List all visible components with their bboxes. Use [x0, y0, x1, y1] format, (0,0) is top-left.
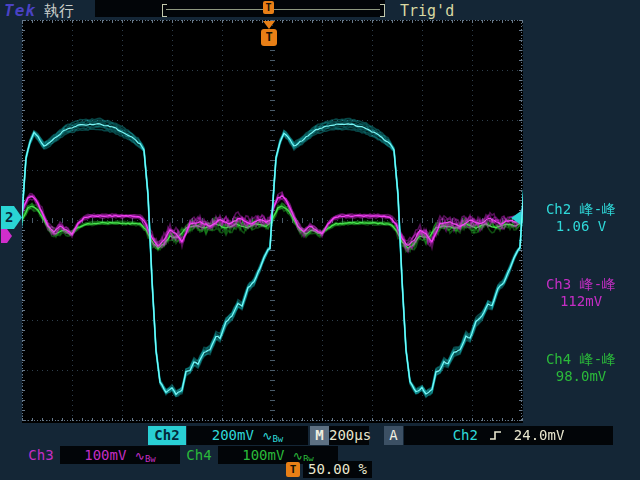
- measurement-value: 98.0mV: [524, 368, 638, 385]
- measurement-type: 峰-峰: [580, 351, 616, 367]
- trigger-level-arrow-icon[interactable]: [511, 211, 521, 225]
- waveform-graticule: [22, 20, 523, 423]
- measurement-value: 112mV: [524, 293, 638, 310]
- ch3-ground-marker[interactable]: [1, 229, 12, 243]
- ch3-label[interactable]: Ch3: [22, 446, 60, 464]
- record-trigger-position-icon[interactable]: T: [263, 1, 274, 14]
- measurement-type: 峰-峰: [580, 276, 616, 292]
- record-window-left-bracket: [162, 4, 167, 17]
- measurement-ch2-pkpk: Ch2 峰-峰 1.06 V: [524, 201, 638, 235]
- trigger-level: 24.0mV: [514, 427, 565, 443]
- bandwidth-limit-icon: Bw: [145, 454, 156, 464]
- trigger-position-flag[interactable]: T: [261, 29, 277, 46]
- trigger-position-arrow-icon: [263, 21, 275, 29]
- trigger-source: Ch2: [453, 427, 478, 443]
- rising-edge-icon: [489, 429, 502, 442]
- ch2-badge[interactable]: Ch2: [148, 426, 186, 445]
- trigger-status: Trig'd: [400, 2, 454, 20]
- record-view-strip: T: [95, 0, 385, 17]
- ac-coupling-icon: ∿: [262, 429, 272, 443]
- measurement-ch3-pkpk: Ch3 峰-峰 112mV: [524, 276, 638, 310]
- trigger-readout: Ch2 24.0mV: [404, 426, 613, 445]
- measurement-channel: Ch2: [546, 201, 571, 217]
- ch4-scale: 100mV: [242, 447, 284, 463]
- acquisition-status: 執行: [44, 2, 74, 21]
- ac-coupling-icon: ∿: [135, 449, 145, 463]
- timebase-readout[interactable]: 200µs: [329, 426, 369, 445]
- tek-logo: Tek: [4, 1, 36, 20]
- horizontal-trigger-position-icon: T: [286, 462, 300, 477]
- measurement-channel: Ch4: [546, 351, 571, 367]
- measurement-ch4-pkpk: Ch4 峰-峰 98.0mV: [524, 351, 638, 385]
- ch4-label[interactable]: Ch4: [180, 446, 218, 464]
- timebase-badge: M: [310, 426, 329, 445]
- horizontal-position-readout: 50.00 %: [303, 461, 372, 478]
- ch3-scale: 100mV: [84, 447, 126, 463]
- ch3-scale-readout: 100mV ∿Bw: [60, 446, 180, 464]
- measurement-type: 峰-峰: [580, 201, 616, 217]
- measurement-channel: Ch3: [546, 276, 571, 292]
- record-window-right-bracket: [380, 4, 385, 17]
- ch2-scale: 200mV: [212, 427, 254, 443]
- bandwidth-limit-icon: Bw: [272, 434, 283, 444]
- ac-coupling-icon: ∿: [293, 449, 303, 463]
- ch2-scale-readout: 200mV ∿Bw: [187, 426, 308, 445]
- ch2-ground-marker[interactable]: 2: [1, 206, 22, 229]
- oscilloscope-screen: Tek 執行 T Trig'd T 2 Ch2 峰-峰 1.06 V Ch3 峰…: [0, 0, 640, 480]
- trigger-system-badge: A: [384, 426, 403, 445]
- measurement-value: 1.06 V: [524, 218, 638, 235]
